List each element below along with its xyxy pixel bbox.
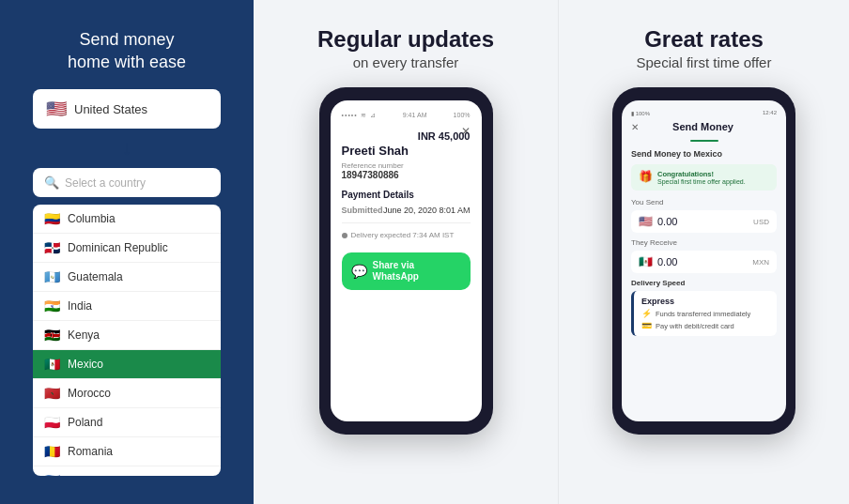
divider	[342, 222, 471, 223]
country-item-kenya[interactable]: 🇰🇪 Kenya	[33, 321, 221, 350]
congrats-title: Congratulations!	[657, 170, 746, 178]
submitted-row: Submitted June 20, 2020 8:01 AM	[342, 206, 471, 215]
congrats-banner: 🎁 Congratulations! Special first time of…	[631, 164, 777, 191]
delivery-text: Delivery expected 7:34 AM IST	[351, 231, 455, 239]
delivery-row: Delivery expected 7:34 AM IST	[342, 231, 471, 239]
flag-mexico: 🇲🇽	[44, 357, 60, 372]
you-send-input[interactable]: 🇺🇸 0.00 USD	[631, 210, 777, 233]
search-icon: 🔍	[44, 176, 59, 190]
country-item-india[interactable]: 🇮🇳 India	[33, 292, 221, 321]
battery-full: ▮ 100%	[631, 110, 650, 116]
country-name-dominican-republic: Dominican Republic	[68, 241, 168, 254]
flag-kenya: 🇰🇪	[44, 328, 60, 343]
country-name-mexico: Mexico	[68, 358, 103, 371]
flag-usd: 🇺🇸	[639, 215, 653, 228]
congrats-content: Congratulations! Special first time offe…	[657, 170, 746, 185]
flag-philippines: 🇵🇭	[44, 473, 60, 476]
whatsapp-icon: 💬	[351, 264, 367, 279]
send-to-title: Send Money to Mexico	[631, 149, 777, 159]
express-row-1: ⚡ Funds transferred immediately	[641, 309, 769, 318]
phone-mockup-rates: ▮ 100% 12:42 ✕ Send Money Send Money to …	[612, 87, 795, 435]
status-bar: ••••• ≋ ⊿ 9:41 AM 100%	[342, 112, 471, 119]
flag-mxn: 🇲🇽	[639, 255, 653, 268]
country-item-mexico[interactable]: 🇲🇽 Mexico	[33, 350, 221, 379]
selected-flag: 🇺🇸	[46, 99, 67, 119]
ref-number: 18947380886	[342, 170, 471, 180]
they-receive-amount: 0.00	[657, 256, 748, 267]
panel2-heading: Regular updates	[317, 26, 494, 53]
they-receive-label: They Receive	[631, 238, 777, 247]
country-name-kenya: Kenya	[68, 328, 100, 342]
panel3-subtitle: Special first time offer	[637, 54, 772, 70]
you-send-amount: 0.00	[657, 216, 749, 227]
country-item-dominican-republic[interactable]: 🇩🇴 Dominican Republic	[33, 234, 221, 263]
status-time: 9:41 AM	[403, 112, 427, 119]
country-list: 🇨🇴 Columbia 🇩🇴 Dominican Republic 🇬🇹 Gua…	[33, 205, 221, 476]
signal-dots: ••••• ≋ ⊿	[342, 112, 377, 119]
country-name-morocco: Morocco	[68, 387, 111, 400]
express-text-2: Pay with debit/credit card	[656, 322, 734, 330]
they-receive-input[interactable]: 🇲🇽 0.00 MXN	[631, 251, 777, 273]
status-bar-2: ▮ 100% 12:42	[631, 110, 777, 116]
country-item-romania[interactable]: 🇷🇴 Romania	[33, 437, 221, 466]
country-name-poland: Poland	[68, 416, 102, 429]
express-row-2: 💳 Pay with debit/credit card	[641, 321, 769, 330]
sm-underline	[690, 140, 718, 142]
payment-details-label: Payment Details	[342, 190, 471, 200]
flag-poland: 🇵🇱	[44, 415, 60, 430]
congrats-sub: Special first time offer applied.	[657, 178, 746, 185]
flag-guatemala: 🇬🇹	[44, 269, 60, 284]
country-item-columbia[interactable]: 🇨🇴 Columbia	[33, 205, 221, 234]
panel2-subtitle: on every transfer	[353, 54, 459, 70]
battery-indicator: 100%	[454, 112, 471, 119]
search-placeholder: Select a country	[65, 176, 146, 190]
phone-screen: ••••• ≋ ⊿ 9:41 AM 100% ✕ Preeti Shah INR…	[331, 100, 482, 421]
country-name-guatemala: Guatemala	[68, 270, 123, 283]
country-name-romania: Romania	[68, 445, 113, 458]
flag-columbia: 🇨🇴	[44, 211, 60, 226]
country-name-philippines: Philippines	[68, 474, 122, 476]
flag-india: 🇮🇳	[44, 298, 60, 313]
phone-mockup-transfers: ••••• ≋ ⊿ 9:41 AM 100% ✕ Preeti Shah INR…	[319, 87, 493, 435]
country-item-guatemala[interactable]: 🇬🇹 Guatemala	[33, 263, 221, 292]
transfer-amount: INR 45,000	[418, 130, 471, 142]
submitted-label: Submitted	[342, 206, 383, 215]
submitted-value: June 20, 2020 8:01 AM	[383, 206, 471, 215]
panel1-heading: Send money home with ease	[68, 28, 186, 72]
sm-close-icon[interactable]: ✕	[631, 122, 639, 132]
selected-country-name: United States	[74, 102, 147, 116]
you-send-label: You Send	[631, 198, 777, 206]
card-icon: 💳	[641, 321, 652, 330]
express-card[interactable]: Express ⚡ Funds transferred immediately …	[631, 291, 777, 336]
lightning-icon: ⚡	[641, 309, 652, 318]
panel3-heading: Great rates	[644, 26, 764, 53]
country-item-morocco[interactable]: 🇲🇦 Morocco	[33, 379, 221, 408]
flag-morocco: 🇲🇦	[44, 386, 60, 401]
usd-label: USD	[753, 218, 769, 226]
ref-label: Reference number	[342, 161, 471, 170]
country-item-poland[interactable]: 🇵🇱 Poland	[33, 408, 221, 437]
arrow-down-icon: ↓	[122, 136, 132, 160]
send-money-header: ✕ Send Money	[631, 121, 777, 132]
flag-romania: 🇷🇴	[44, 444, 60, 459]
panel1-subtitle: home with ease	[68, 53, 186, 73]
panel1-title: Send money	[68, 30, 186, 51]
delivery-dot-icon	[342, 233, 347, 238]
country-name-india: India	[68, 299, 92, 313]
gift-icon: 🎁	[639, 170, 653, 183]
recipient-name: Preeti Shah	[342, 144, 409, 158]
panel-great-rates: Great rates Special first time offer ▮ 1…	[558, 0, 849, 504]
clock-time: 12:42	[763, 110, 777, 116]
mxn-label: MXN	[752, 258, 769, 267]
express-title: Express	[641, 297, 769, 306]
country-select-box[interactable]: 🇺🇸 United States	[33, 89, 221, 129]
flag-dominican-republic: 🇩🇴	[44, 240, 60, 255]
whatsapp-share-button[interactable]: 💬 Share via WhatsApp	[342, 252, 471, 290]
country-item-philippines[interactable]: 🇵🇭 Philippines	[33, 466, 221, 476]
panel-regular-updates: Regular updates on every transfer ••••• …	[254, 0, 558, 504]
phone-screen-2: ▮ 100% 12:42 ✕ Send Money Send Money to …	[622, 100, 786, 421]
whatsapp-label: Share via WhatsApp	[373, 260, 461, 283]
express-text-1: Funds transferred immediately	[656, 310, 750, 318]
delivery-speed-label: Delivery Speed	[631, 279, 777, 287]
country-search-box[interactable]: 🔍 Select a country	[33, 168, 221, 197]
